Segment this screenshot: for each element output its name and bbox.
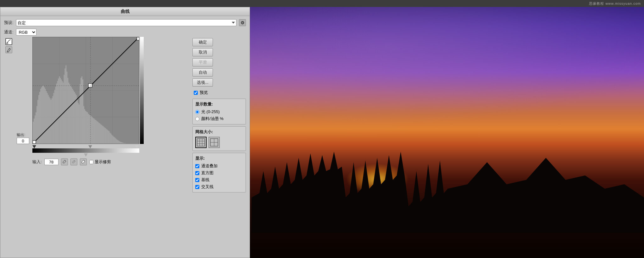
channel-select[interactable]: RGB xyxy=(16,29,36,36)
histogram-checkbox[interactable] xyxy=(195,171,199,175)
svg-rect-117 xyxy=(135,143,136,144)
curve-tool-button[interactable] xyxy=(5,38,12,45)
svg-rect-14 xyxy=(38,95,39,144)
show-clip-checkbox[interactable] xyxy=(89,160,93,164)
baseline-checkbox-row[interactable]: 基线 xyxy=(195,177,243,183)
action-buttons-column: 确定 取消 平滑 自动 选项... 预览 xyxy=(192,38,246,97)
svg-rect-76 xyxy=(97,121,97,144)
svg-rect-105 xyxy=(124,143,125,144)
crosshair-checkbox[interactable] xyxy=(195,185,199,189)
grid-large-button[interactable] xyxy=(208,137,220,148)
black-point-indicator[interactable] xyxy=(32,145,36,148)
svg-rect-108 xyxy=(126,143,127,144)
svg-rect-24 xyxy=(48,95,49,144)
show-clip-label: 显示修剪 xyxy=(95,159,111,165)
svg-rect-22 xyxy=(46,91,47,144)
confirm-button[interactable]: 确定 xyxy=(192,38,213,46)
histogram-label: 直方图 xyxy=(201,170,214,176)
svg-rect-69 xyxy=(90,116,91,144)
svg-rect-10 xyxy=(35,116,36,144)
curve-area: 输出: xyxy=(17,37,189,192)
pencil-tool-button[interactable] xyxy=(5,46,12,53)
midpoint-indicator[interactable] xyxy=(88,145,92,148)
input-label: 输入: xyxy=(32,159,42,165)
show-checkboxes: 通道叠加 直方图 基线 交叉线 xyxy=(195,163,243,190)
svg-rect-77 xyxy=(97,122,98,144)
svg-rect-38 xyxy=(61,79,62,144)
show-clip-checkbox-row: 显示修剪 xyxy=(89,159,111,165)
svg-rect-65 xyxy=(86,112,87,144)
svg-rect-51 xyxy=(73,90,74,144)
pigment-radio-item[interactable]: 颜料/油墨 % xyxy=(195,116,243,122)
svg-rect-27 xyxy=(51,100,52,144)
black-eyedropper-button[interactable] xyxy=(61,158,68,165)
options-button[interactable]: 选项... xyxy=(192,78,213,87)
settings-gear-button[interactable]: ⚙ xyxy=(239,19,246,26)
light-radio-item[interactable]: 光 (0-255) xyxy=(195,109,243,115)
svg-rect-104 xyxy=(123,143,124,144)
channel-overlay-checkbox-row[interactable]: 通道叠加 xyxy=(195,163,243,169)
svg-rect-94 xyxy=(113,137,114,144)
svg-rect-103 xyxy=(122,142,123,144)
svg-rect-123 xyxy=(137,37,139,40)
svg-rect-20 xyxy=(44,87,45,144)
preset-row: 预设: 自定 ⚙ xyxy=(4,19,246,26)
channel-label: 通道: xyxy=(4,29,14,35)
main-area: 输出: xyxy=(0,37,250,192)
display-section-title: 显示数量: xyxy=(195,101,243,107)
svg-rect-80 xyxy=(100,124,101,144)
gray-eyedropper-button[interactable] xyxy=(70,158,77,165)
white-eyedropper-button[interactable] xyxy=(80,158,87,165)
svg-rect-30 xyxy=(53,93,54,144)
bottom-gradient-section xyxy=(32,144,189,157)
auto-button[interactable]: 自动 xyxy=(192,68,213,77)
svg-rect-83 xyxy=(103,126,104,144)
display-radio-group: 光 (0-255) 颜料/油墨 % xyxy=(195,109,243,122)
baseline-checkbox[interactable] xyxy=(195,178,199,182)
pigment-radio-label: 颜料/油墨 % xyxy=(201,116,224,122)
svg-rect-12 xyxy=(36,106,37,144)
output-value-input[interactable] xyxy=(17,138,29,144)
svg-rect-110 xyxy=(128,143,129,144)
svg-rect-50 xyxy=(72,89,73,144)
white-point-indicator[interactable] xyxy=(135,145,139,148)
svg-rect-97 xyxy=(116,139,117,144)
show-section: 显示: 通道叠加 直方图 基线 xyxy=(192,153,246,192)
svg-rect-13 xyxy=(37,100,38,144)
svg-rect-43 xyxy=(65,65,66,144)
bottom-triangle-indicator[interactable] xyxy=(84,153,88,157)
pigment-radio[interactable] xyxy=(195,117,199,121)
histogram-checkbox-row[interactable]: 直方图 xyxy=(195,170,243,176)
svg-rect-111 xyxy=(129,143,130,144)
svg-rect-113 xyxy=(131,143,132,144)
grid-small-button[interactable] xyxy=(195,137,207,148)
svg-rect-99 xyxy=(118,140,119,144)
preview-checkbox[interactable] xyxy=(194,91,198,95)
svg-rect-88 xyxy=(108,130,109,144)
input-value-field[interactable] xyxy=(44,159,58,165)
svg-rect-67 xyxy=(88,114,89,144)
light-radio[interactable] xyxy=(195,110,199,114)
preset-select[interactable]: 自定 xyxy=(16,19,236,26)
svg-rect-66 xyxy=(87,112,88,144)
svg-rect-116 xyxy=(134,143,135,144)
channel-overlay-checkbox[interactable] xyxy=(195,164,199,168)
svg-rect-89 xyxy=(109,131,110,144)
svg-rect-58 xyxy=(80,84,80,144)
watermark-text: 思缘教程 www.missyuan.com xyxy=(589,1,641,6)
smooth-button[interactable]: 平滑 xyxy=(192,58,213,66)
curve-canvas[interactable] xyxy=(32,37,139,144)
svg-rect-78 xyxy=(98,123,99,144)
svg-rect-46 xyxy=(68,83,69,144)
grid-section: 网格大小: xyxy=(192,126,246,151)
svg-rect-52 xyxy=(74,92,75,144)
svg-rect-41 xyxy=(64,75,64,144)
svg-rect-71 xyxy=(92,117,93,144)
vertical-gradient-bar xyxy=(140,37,144,144)
svg-rect-74 xyxy=(95,119,96,144)
curves-dialog: 曲线 预设: 自定 ⚙ 通道: RGB xyxy=(0,7,250,258)
svg-rect-81 xyxy=(101,125,102,144)
cancel-button[interactable]: 取消 xyxy=(192,48,213,56)
svg-rect-86 xyxy=(106,129,107,144)
crosshair-checkbox-row[interactable]: 交叉线 xyxy=(195,184,243,190)
